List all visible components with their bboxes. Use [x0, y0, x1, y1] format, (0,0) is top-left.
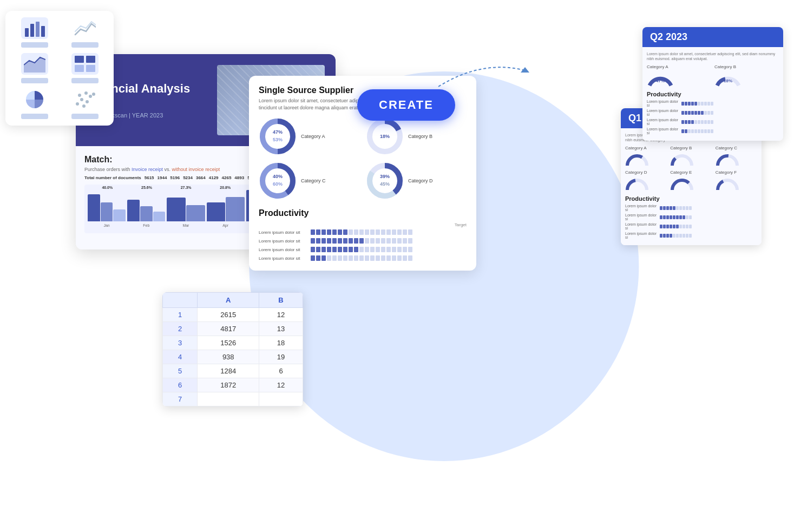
pb	[332, 229, 337, 235]
q1-donut-svg-b	[670, 152, 694, 167]
row-num-1: 1	[163, 308, 198, 322]
pb-light	[403, 247, 407, 252]
chart-item-label-grid	[71, 78, 99, 83]
chart-item-grid[interactable]	[62, 53, 107, 83]
mb	[666, 206, 669, 210]
chart-type-panel	[5, 11, 114, 126]
svg-text:18%: 18%	[724, 78, 732, 83]
pb-light	[392, 247, 396, 252]
svg-text:39%: 39%	[380, 174, 390, 179]
mb-l	[689, 215, 692, 219]
col-header-row	[163, 293, 198, 308]
table-row: 3 1526 18	[163, 336, 303, 350]
q1-donut-f: Category F	[716, 170, 757, 191]
prod-row-2: Lorem ipsum dolor sit	[259, 238, 467, 244]
q2-prod-label-4: Lorem ipsum dolor si	[647, 127, 679, 135]
pb-light	[359, 247, 364, 252]
pb-light	[392, 238, 396, 244]
svg-text:18%: 18%	[380, 134, 390, 139]
row-num-4: 4	[163, 350, 198, 364]
bar-mar-1	[167, 198, 186, 221]
q2-donut-svg-a: 47%	[647, 70, 674, 87]
pb	[354, 238, 358, 244]
pb	[321, 255, 326, 261]
mb	[660, 225, 662, 228]
q1-donut-svg-f	[716, 176, 739, 191]
chart-item-label-area	[21, 78, 48, 83]
q1-donut-svg-a	[625, 152, 649, 167]
q2-prod-label-2: Lorem ipsum dolor si	[647, 109, 679, 116]
svg-point-14	[89, 95, 92, 98]
pb-light	[397, 247, 402, 252]
donut-item-b: 18% Category B	[366, 117, 467, 155]
mb	[685, 120, 687, 124]
q2-prod-label-3: Lorem ipsum dolor si	[647, 118, 679, 126]
pb-light	[370, 255, 375, 261]
q1-donut-label-f: Category F	[716, 170, 737, 175]
chart-item-pie[interactable]	[12, 89, 57, 119]
dotted-arrow	[433, 54, 530, 97]
pb-light	[376, 255, 380, 261]
pb-light	[376, 229, 380, 235]
chart-item-label-bar	[21, 42, 48, 48]
pb	[332, 247, 337, 252]
mb-l	[704, 111, 707, 115]
chart-item-line[interactable]	[62, 17, 107, 48]
mb	[681, 129, 684, 133]
pb	[316, 255, 320, 261]
q1-bars-2	[660, 215, 692, 219]
donut-label-c: Category C	[301, 178, 326, 183]
col-header-b: B	[259, 293, 303, 308]
pb	[349, 238, 353, 244]
mb	[670, 225, 672, 228]
q1-donut-d: Category D	[625, 170, 667, 191]
q2-prod-bars-3	[681, 120, 713, 124]
bar-feb-2	[140, 206, 153, 221]
pb-light	[397, 229, 402, 235]
mb-l	[683, 234, 685, 238]
q1-bars-3	[660, 225, 692, 228]
mb-l	[711, 111, 713, 115]
pb-light	[408, 238, 412, 244]
chart-item-bar[interactable]	[12, 17, 57, 48]
q1-donut-svg-d	[625, 176, 649, 191]
bar-feb-1	[127, 200, 140, 221]
q1-prod-label-2: Lorem ipsum dolor si	[625, 213, 658, 221]
mb	[698, 111, 700, 115]
line-chart-icon	[71, 17, 99, 39]
bar-label-apr: Apr	[207, 224, 245, 227]
prod-label-2: Lorem ipsum dolor sit	[259, 239, 307, 244]
mb-l	[689, 225, 692, 228]
mb	[666, 215, 669, 219]
q1-donut-label-a: Category A	[625, 146, 647, 150]
pb	[349, 247, 353, 252]
svg-rect-3	[41, 26, 45, 37]
pb	[311, 238, 315, 244]
bar-group-mar	[167, 198, 205, 221]
chart-item-area[interactable]	[12, 53, 57, 83]
productivity-rows: Lorem ipsum dolor sit	[259, 229, 467, 261]
pb	[343, 238, 347, 244]
mb-l	[689, 206, 692, 210]
bar-mar-2	[186, 205, 205, 221]
donut-item-d: 39% 45% Category D	[366, 162, 467, 200]
table-row: 7	[163, 392, 303, 406]
mb-l	[698, 129, 700, 133]
mb-l	[704, 129, 707, 133]
productivity-title: Productivity	[259, 208, 467, 218]
chart-item-scatter[interactable]	[62, 89, 107, 119]
svg-point-17	[82, 104, 86, 108]
mb-l	[686, 234, 688, 238]
prod-row-4: Lorem ipsum dolor sit	[259, 255, 467, 261]
pb-light	[359, 255, 364, 261]
prod-row-3: Lorem ipsum dolor sit	[259, 247, 467, 252]
mb-l	[711, 102, 713, 106]
mb	[685, 129, 687, 133]
pb	[354, 247, 358, 252]
pb-light	[354, 255, 358, 261]
mb	[701, 111, 704, 115]
donut-item-c: 40% 60% Category C	[259, 162, 359, 200]
donut-item-a: 47% 53% Category A	[259, 117, 359, 155]
mb	[660, 215, 662, 219]
pie-chart-icon	[21, 89, 48, 110]
